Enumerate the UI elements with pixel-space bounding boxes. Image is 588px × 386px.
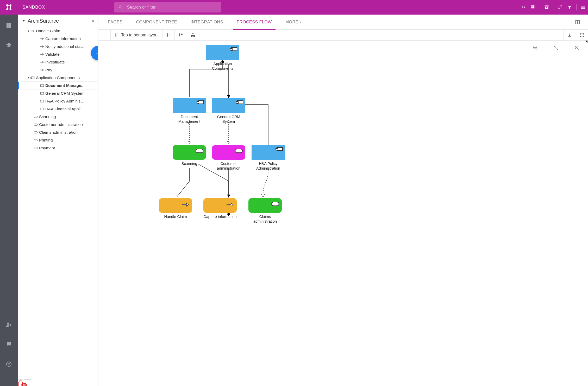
svg-rect-2 (31, 78, 32, 78)
fullscreen-icon[interactable] (576, 30, 588, 40)
panel-toggle-icon[interactable] (572, 15, 583, 29)
tree-node-app-components[interactable]: ▼ Application Components (18, 74, 98, 82)
node-app-components[interactable]: Application Components (206, 45, 239, 71)
tab-integrations[interactable]: INTEGRATIONS (184, 15, 230, 29)
diagram-toolbar: Top to bottom layout (98, 30, 588, 41)
tree-node-capture-info[interactable]: Capture information (18, 35, 98, 43)
tree-label: Application Components (36, 75, 80, 80)
tree-node-cust-admin[interactable]: Customer administration (18, 121, 98, 128)
tree-node-printing[interactable]: Printing (18, 136, 98, 144)
node-scanning[interactable]: Scanning (173, 145, 206, 166)
fit-icon[interactable] (553, 45, 559, 51)
tree-node-pay[interactable]: Pay (18, 66, 98, 74)
node-handle-claim[interactable]: Handle Claim (159, 198, 192, 219)
search-icon (118, 5, 123, 10)
tree-label: Capture information (45, 36, 81, 41)
code-icon[interactable] (518, 0, 528, 15)
node-cust-admin[interactable]: Customer administration (212, 145, 245, 171)
tree-label: Printing (39, 138, 53, 143)
tab-more[interactable]: MORE▾ (279, 15, 308, 29)
tree-label: General CRM System (45, 91, 85, 96)
component-icon (231, 47, 237, 51)
node-label: General CRM System (212, 114, 245, 124)
tree-label: Scanning (39, 114, 56, 119)
sort-icon[interactable] (555, 0, 565, 15)
node-general-crm[interactable]: General CRM System (212, 98, 245, 124)
dashboard-icon[interactable] (4, 21, 14, 30)
component-icon (40, 99, 44, 103)
menu-icon[interactable] (578, 0, 588, 15)
search-input[interactable] (126, 4, 217, 10)
tree-label: Notify additional sta… (45, 44, 85, 49)
tree-node-notify[interactable]: Notify additional sta… (18, 43, 98, 50)
arrow-right-icon (30, 29, 35, 33)
tree-node-ha-policy[interactable]: H&A Policy Adminis… (18, 97, 98, 105)
caret-down-icon[interactable]: ▼ (22, 19, 27, 22)
node-label: Claims administration (248, 214, 282, 224)
node-ha-policy[interactable]: H&A Policy Administration (252, 145, 285, 171)
diagram-canvas[interactable]: Application Components Document Manageme… (98, 41, 588, 386)
node-claims-admin[interactable]: Claims administration (248, 198, 282, 224)
app-logo[interactable] (0, 0, 18, 15)
main-area: PAGES COMPONENT TREE INTEGRATIONS PROCES… (98, 15, 588, 386)
tree-node-scanning[interactable]: Scanning (18, 113, 98, 121)
component-icon (40, 84, 44, 87)
arrow-right-icon (40, 45, 44, 48)
notification-badge[interactable]: 30 (18, 380, 27, 386)
add-users-icon[interactable] (4, 320, 14, 329)
node-capture-info[interactable]: Capture information (203, 198, 237, 219)
node-label: Document Management (173, 114, 206, 124)
search-box[interactable] (114, 2, 221, 12)
tab-component-tree[interactable]: COMPONENT TREE (129, 15, 184, 29)
zoom-out-icon[interactable] (574, 45, 580, 51)
tree-node-claims-admin[interactable]: Claims administration (18, 128, 98, 136)
tree-label: Pay (45, 68, 52, 72)
tree-label: H&A Policy Adminis… (45, 99, 85, 104)
tree-node-handle-claim[interactable]: ▼ Handle Claim (18, 27, 98, 35)
tree-node-ha-financial[interactable]: H&A Financial Appli… (18, 105, 98, 113)
help-icon[interactable] (4, 359, 14, 369)
tree-node-validate[interactable]: Validate (18, 50, 98, 58)
svg-point-24 (182, 34, 183, 35)
zoom-in-icon[interactable] (532, 45, 539, 51)
svg-point-22 (179, 33, 180, 34)
tab-process-flow[interactable]: PROCESS FLOW (230, 15, 279, 29)
layout-selector[interactable]: Top to bottom layout (110, 30, 162, 40)
left-nav-rail (0, 15, 18, 386)
top-bar: SANDBOX ⌄ (0, 0, 588, 15)
tree-node-general-crm[interactable]: General CRM System (18, 89, 98, 97)
download-icon[interactable] (564, 30, 576, 40)
pill-icon (33, 123, 38, 126)
layers-icon[interactable] (4, 41, 14, 50)
tree-label: Customer administration (39, 122, 83, 127)
node-doc-manage[interactable]: Document Management (173, 98, 206, 124)
close-icon[interactable]: × (90, 18, 96, 24)
divider (540, 4, 540, 10)
top-actions (518, 0, 588, 15)
branch-tool-icon[interactable] (175, 30, 187, 40)
tree-node-investigate[interactable]: Investigate (18, 58, 98, 66)
svg-rect-4 (40, 85, 41, 85)
svg-rect-13 (40, 108, 41, 109)
tab-pages[interactable]: PAGES (101, 15, 129, 29)
filter-icon[interactable] (565, 0, 575, 15)
chat-icon[interactable] (4, 340, 14, 349)
service-icon (235, 149, 243, 153)
svg-line-34 (578, 49, 579, 50)
workspace-selector[interactable]: SANDBOX ⌄ (18, 5, 54, 10)
pill-icon (33, 115, 38, 119)
canvas-controls (532, 45, 580, 51)
tree-label: Document Manage.. (45, 83, 83, 88)
sort-tool-icon[interactable] (162, 30, 175, 40)
svg-rect-16 (34, 124, 37, 126)
divider (553, 4, 553, 10)
tree-node-doc-manage[interactable]: Document Manage.. (18, 82, 98, 89)
workspace-label: SANDBOX (22, 5, 45, 10)
tree-node-payment[interactable]: Payment (18, 144, 98, 152)
component-icon (40, 107, 44, 111)
hierarchy-tool-icon[interactable] (187, 30, 199, 40)
svg-rect-5 (40, 86, 41, 86)
archive-icon[interactable] (542, 0, 552, 15)
explorer-header: ▼ ArchiSurance × (18, 15, 98, 27)
grid-icon[interactable] (528, 0, 538, 15)
